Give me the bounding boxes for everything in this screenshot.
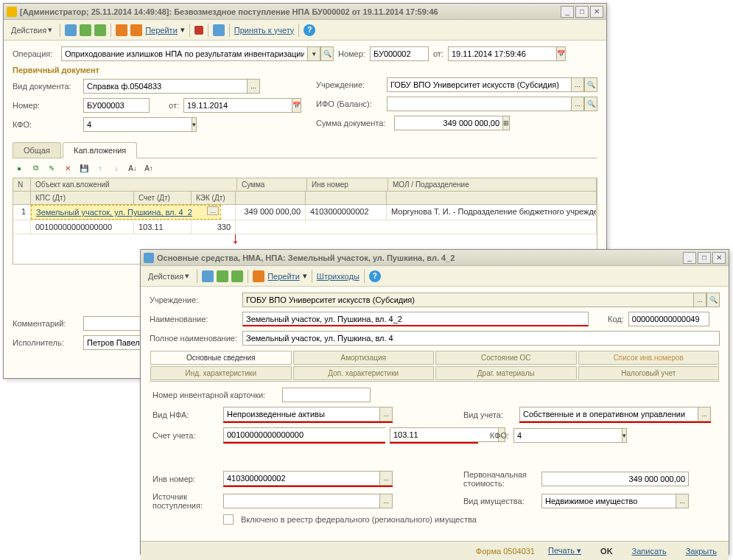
- inst2-select[interactable]: ...: [693, 293, 706, 307]
- maximize-button-2[interactable]: □: [698, 252, 711, 264]
- reg-checkbox[interactable]: [223, 514, 234, 525]
- acct2-input[interactable]: [390, 427, 498, 442]
- fullname-input[interactable]: [242, 331, 720, 346]
- tab-general[interactable]: Общая: [13, 142, 61, 158]
- acct-type-select[interactable]: ...: [698, 407, 711, 421]
- subtab-amort[interactable]: Амортизация: [293, 351, 435, 365]
- add-icon[interactable]: ●: [13, 161, 26, 175]
- close-button-2[interactable]: ✕: [712, 252, 726, 264]
- accept-link[interactable]: Принять к учету: [234, 26, 295, 35]
- nfa-label: Вид НФА:: [152, 410, 219, 419]
- acct-type-input[interactable]: [519, 407, 698, 421]
- ak-icon[interactable]: [194, 26, 203, 35]
- cell-obj[interactable]: Земельный участок, ул. Пушкина, вл. 4_2 …: [31, 205, 221, 220]
- save-button[interactable]: Записать: [626, 545, 673, 557]
- ifo-search[interactable]: 🔍: [584, 97, 597, 111]
- src-select[interactable]: ...: [379, 494, 393, 508]
- save-icon[interactable]: 💾: [77, 161, 91, 175]
- ok-button[interactable]: OK: [595, 545, 619, 557]
- subtab-dop[interactable]: Доп. характеристики: [293, 366, 435, 380]
- actions-menu[interactable]: Действия ▾: [8, 24, 55, 36]
- tb2-icon-3[interactable]: [231, 270, 243, 282]
- maximize-button[interactable]: □: [575, 6, 589, 18]
- sum-calc-icon[interactable]: ⊞: [502, 116, 510, 130]
- prop-type-select[interactable]: ...: [676, 494, 689, 508]
- toolbar-icon-3[interactable]: [94, 24, 106, 36]
- inv-select[interactable]: ...: [379, 471, 393, 486]
- date-input[interactable]: [448, 46, 556, 61]
- toolbar-icon-2[interactable]: [80, 24, 91, 36]
- window-detail: Основные средства, НМА, НПА: Земельный у…: [140, 249, 729, 555]
- num2-input[interactable]: [83, 98, 150, 113]
- operation-input[interactable]: [61, 46, 307, 61]
- doc-type-input[interactable]: [83, 79, 247, 94]
- tb2-icon-1[interactable]: [202, 270, 214, 282]
- doc-type-select[interactable]: ...: [247, 79, 260, 94]
- inv-input[interactable]: [223, 471, 379, 486]
- edit-icon[interactable]: ✎: [45, 161, 58, 175]
- actions-menu-2[interactable]: Действия ▾: [145, 270, 192, 282]
- subtab-main[interactable]: Основные сведения: [150, 351, 292, 365]
- inst-select[interactable]: ...: [571, 77, 584, 92]
- nfa-input[interactable]: [223, 407, 379, 421]
- toolbar-icon-1[interactable]: [65, 24, 77, 36]
- init-cost-input[interactable]: [541, 472, 689, 486]
- toolbar-icon-6[interactable]: [213, 24, 225, 36]
- kfo2-dropdown[interactable]: ▾: [622, 428, 627, 443]
- subtab-inv[interactable]: Список инв.номеров: [578, 351, 720, 365]
- up-icon[interactable]: ↑: [94, 161, 107, 175]
- date-calendar-icon[interactable]: 📅: [556, 46, 566, 61]
- subtab-state[interactable]: Состояние ОС: [435, 351, 577, 365]
- inst-input[interactable]: [387, 77, 571, 92]
- help-icon-2[interactable]: ?: [369, 270, 381, 282]
- ifo-select[interactable]: ...: [571, 97, 584, 111]
- prop-type-input[interactable]: [541, 494, 676, 508]
- subtab-drag[interactable]: Драг. материалы: [435, 366, 577, 380]
- subtab-ind[interactable]: Инд. характеристики: [150, 366, 292, 380]
- src-input[interactable]: [223, 494, 379, 508]
- sort-asc-icon[interactable]: A↓: [126, 161, 139, 175]
- kfo2-input[interactable]: [513, 428, 622, 443]
- inst-search[interactable]: 🔍: [584, 77, 597, 92]
- inst2-search[interactable]: 🔍: [706, 293, 720, 307]
- operation-dropdown[interactable]: ▾: [307, 46, 320, 61]
- print-button[interactable]: Печать ▾: [542, 545, 587, 557]
- toolbar-icon-5[interactable]: [130, 24, 142, 36]
- ifo-input[interactable]: [387, 97, 571, 111]
- close-button-footer[interactable]: Закрыть: [680, 545, 723, 557]
- goto-link-2[interactable]: Перейти: [267, 272, 300, 281]
- cell-select-btn[interactable]: ...: [207, 206, 219, 215]
- inst2-input[interactable]: [242, 293, 693, 307]
- table-row[interactable]: 1 Земельный участок, ул. Пушкина, вл. 4_…: [13, 205, 597, 220]
- tb2-icon-4[interactable]: [253, 270, 264, 282]
- subtab-tax[interactable]: Налоговый учет: [578, 366, 720, 380]
- date2-calendar-icon[interactable]: 📅: [292, 98, 301, 113]
- tb2-icon-2[interactable]: [217, 270, 228, 282]
- toolbar-icon-4[interactable]: [116, 24, 127, 36]
- operation-search[interactable]: 🔍: [320, 46, 334, 61]
- gh-n: N: [13, 178, 31, 191]
- acct1-input[interactable]: [223, 427, 385, 442]
- help-icon[interactable]: ?: [304, 24, 315, 36]
- tab-capital[interactable]: Кап.вложения: [63, 142, 137, 158]
- card-input[interactable]: [282, 388, 371, 402]
- table-row[interactable]: 00100000000000000 103.11 330: [13, 220, 597, 234]
- down-icon[interactable]: ↓: [110, 161, 123, 175]
- sort-desc-icon[interactable]: A↑: [142, 161, 155, 175]
- copy-icon[interactable]: ⧉: [29, 161, 42, 175]
- minimize-button-2[interactable]: _: [683, 252, 696, 264]
- kfo-dropdown[interactable]: ▾: [192, 117, 197, 132]
- delete-icon[interactable]: ✕: [61, 161, 74, 175]
- date2-input[interactable]: [183, 98, 292, 113]
- name-input[interactable]: [242, 312, 589, 326]
- goto-link[interactable]: Перейти: [145, 26, 178, 35]
- acct-label: Счет учета:: [152, 431, 219, 440]
- kfo-input[interactable]: [83, 117, 192, 132]
- close-button[interactable]: ✕: [590, 6, 603, 18]
- sum-input[interactable]: [394, 116, 502, 130]
- nfa-select[interactable]: ...: [379, 407, 393, 421]
- number-input[interactable]: [370, 46, 429, 61]
- code-input[interactable]: [628, 312, 709, 326]
- barcodes-link[interactable]: Штрихкоды: [317, 272, 360, 281]
- minimize-button[interactable]: _: [561, 6, 574, 18]
